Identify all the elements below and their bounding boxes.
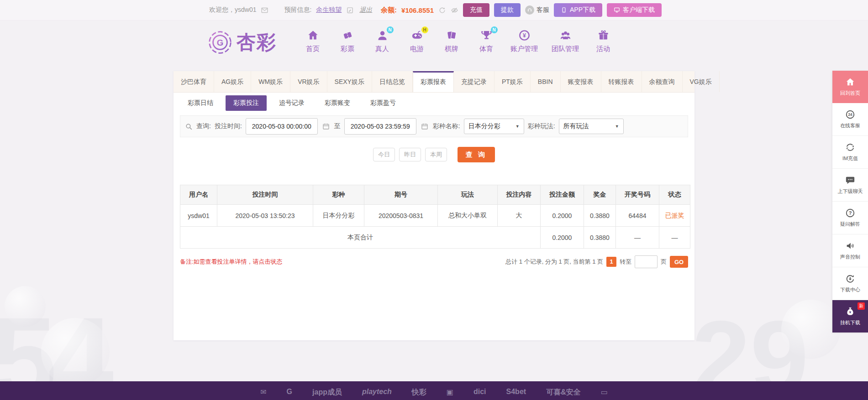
play-type-value: 所有玩法 <box>563 122 589 130</box>
security-logo: 可喜&安全 <box>546 388 581 397</box>
today-button[interactable]: 今日 <box>373 148 395 161</box>
app-download-button[interactable]: APP下载 <box>554 3 602 17</box>
chevron-down-icon: ▼ <box>615 124 619 129</box>
lottery-ball-decor <box>781 300 841 359</box>
bets-table-body: ysdw012020-05-03 13:50:23日本分分彩20200503-0… <box>180 205 690 249</box>
current-page-badge[interactable]: 1 <box>606 257 616 267</box>
sidebar-item-疑问解答[interactable]: ?疑问解答 <box>832 202 868 234</box>
header: G 杏彩 首页彩票N真人H电游棋牌N体育¥账户管理团队管理活动 <box>0 21 868 64</box>
table-cell: 0.2000 <box>541 205 584 227</box>
bets-table: 用户名投注时间彩种期号玩法投注内容投注金额奖金开奖号码状态 ysdw012020… <box>180 185 690 249</box>
tab-VG娱乐[interactable]: VG娱乐 <box>683 71 720 92</box>
tab-SEXY娱乐[interactable]: SEXY娱乐 <box>327 71 372 92</box>
nav-label: 活动 <box>596 45 610 53</box>
tab-转账报表[interactable]: 转账报表 <box>601 71 642 92</box>
pagination-summary: 总计 1 个记录, 分为 1 页, 当前第 1 页 <box>505 258 603 266</box>
sidebar-item-挂机下载[interactable]: ¥挂机下载新 <box>832 300 868 332</box>
table-cell: 2020-05-03 13:50:23 <box>217 205 313 227</box>
tab-WM娱乐[interactable]: WM娱乐 <box>251 71 290 92</box>
rose-logo-icon: G <box>207 30 233 55</box>
subtab-彩票投注[interactable]: 彩票投注 <box>226 95 267 111</box>
calendar-icon[interactable] <box>322 123 330 130</box>
lottery-name-select[interactable]: 日本分分彩 ▼ <box>464 119 524 134</box>
nav-item-真人[interactable]: N真人 <box>372 29 393 53</box>
tab-沙巴体育[interactable]: 沙巴体育 <box>174 71 214 92</box>
logout-link[interactable]: 退出 <box>359 6 372 14</box>
client-download-button[interactable]: 客户端下载 <box>607 3 662 17</box>
nav-item-团队管理[interactable]: 团队管理 <box>552 29 579 53</box>
column-header: 投注内容 <box>498 185 541 205</box>
status-link[interactable]: 已派奖 <box>659 205 690 227</box>
sidebar-item-label: 挂机下载 <box>840 319 860 326</box>
recharge-button[interactable]: 充值 <box>463 3 489 17</box>
report-tabbar: 沙巴体育AG娱乐WM娱乐VR娱乐SEXY娱乐日结总览彩票报表充提记录PT娱乐BB… <box>174 71 694 93</box>
envelope-icon[interactable] <box>261 6 268 14</box>
tab-账变报表[interactable]: 账变报表 <box>561 71 601 92</box>
bet-time-from-input[interactable] <box>246 118 318 135</box>
sidebar-item-IM充值[interactable]: IM充值 <box>832 136 868 169</box>
nav-label: 真人 <box>375 45 389 53</box>
site-logo[interactable]: G 杏彩 <box>207 30 277 55</box>
yesterday-button[interactable]: 昨日 <box>399 148 421 161</box>
tab-AG娱乐[interactable]: AG娱乐 <box>214 71 251 92</box>
tab-余额查询[interactable]: 余额查询 <box>642 71 683 92</box>
nav-item-首页[interactable]: 首页 <box>302 29 323 53</box>
subtab-彩票盈亏[interactable]: 彩票盈亏 <box>363 95 404 111</box>
team-icon <box>559 29 572 42</box>
goto-label: 转至 <box>620 258 631 266</box>
nav-item-体育[interactable]: N体育 <box>476 29 497 53</box>
query-submit-button[interactable]: 查 询 <box>458 147 495 162</box>
tab-VR娱乐[interactable]: VR娱乐 <box>290 71 327 92</box>
column-header: 状态 <box>659 185 690 205</box>
lottery-subtabbar: 彩票日结彩票投注追号记录彩票账变彩票盈亏 <box>174 93 694 114</box>
table-header-row: 用户名投注时间彩种期号玩法投注内容投注金额奖金开奖号码状态 <box>180 185 690 205</box>
table-cell: ysdw01 <box>180 205 217 227</box>
nav-item-账户管理[interactable]: ¥账户管理 <box>510 29 538 53</box>
right-sidebar: 回到首页24在线客服IM充值上下级聊天?疑问解答声音控制下载中心¥挂机下载新 <box>832 71 868 332</box>
tab-PT娱乐[interactable]: PT娱乐 <box>494 71 531 92</box>
bet-time-to-input[interactable] <box>344 118 416 135</box>
question-icon: ? <box>845 208 855 218</box>
tab-BBIN[interactable]: BBIN <box>531 71 561 92</box>
subtab-彩票日结[interactable]: 彩票日结 <box>180 95 221 111</box>
subtab-彩票账变[interactable]: 彩票账变 <box>317 95 358 111</box>
tab-充提记录[interactable]: 充提记录 <box>454 71 494 92</box>
table-cell: 20200503-0831 <box>364 205 438 227</box>
tab-日结总览[interactable]: 日结总览 <box>372 71 413 92</box>
svg-text:?: ? <box>849 210 852 216</box>
gamepad-icon: H <box>411 29 423 42</box>
coin-icon: ¥ <box>518 29 531 42</box>
goto-page-input[interactable] <box>635 255 658 268</box>
sidebar-item-回到首页[interactable]: 回到首页 <box>832 71 868 103</box>
pagination: 总计 1 个记录, 分为 1 页, 当前第 1 页 1 转至 页 GO <box>505 255 688 268</box>
nav-item-棋牌[interactable]: 棋牌 <box>441 29 462 53</box>
this-week-button[interactable]: 本周 <box>425 148 447 161</box>
sidebar-item-在线客服[interactable]: 24在线客服 <box>832 103 868 136</box>
reserved-value-link[interactable]: 余生独望 <box>316 6 342 14</box>
subtab-追号记录[interactable]: 追号记录 <box>271 95 312 111</box>
nav-item-彩票[interactable]: 彩票 <box>337 29 358 53</box>
edit-icon[interactable] <box>346 6 354 14</box>
kuaicai-logo: 快彩 <box>412 388 426 397</box>
column-header: 投注时间 <box>217 185 313 205</box>
sidebar-item-下载中心[interactable]: 下载中心 <box>832 267 868 300</box>
svg-text:¥: ¥ <box>523 32 526 39</box>
sidebar-item-label: 在线客服 <box>840 122 860 129</box>
table-cell: 日本分分彩 <box>313 205 364 227</box>
table-cell: 0.3880 <box>584 205 616 227</box>
tab-彩票报表[interactable]: 彩票报表 <box>413 71 454 92</box>
app-download-label: APP下载 <box>570 6 595 14</box>
eye-off-icon[interactable] <box>451 6 458 14</box>
customer-service-button[interactable]: 客服 <box>525 5 549 15</box>
withdraw-button[interactable]: 提款 <box>494 3 521 17</box>
sidebar-item-上下级聊天[interactable]: 上下级聊天 <box>832 169 868 202</box>
footer: ✉Gjapp成员playtech快彩▣diciS4bet可喜&安全▭ <box>0 381 868 400</box>
nav-item-活动[interactable]: 活动 <box>593 29 614 53</box>
refresh-icon[interactable] <box>438 6 446 14</box>
calendar-icon[interactable] <box>421 123 428 130</box>
page-unit-label: 页 <box>661 258 667 266</box>
go-button[interactable]: GO <box>670 256 688 268</box>
play-type-select[interactable]: 所有玩法 ▼ <box>559 119 624 134</box>
nav-item-电游[interactable]: H电游 <box>406 29 427 53</box>
sidebar-item-声音控制[interactable]: 声音控制 <box>832 234 868 267</box>
